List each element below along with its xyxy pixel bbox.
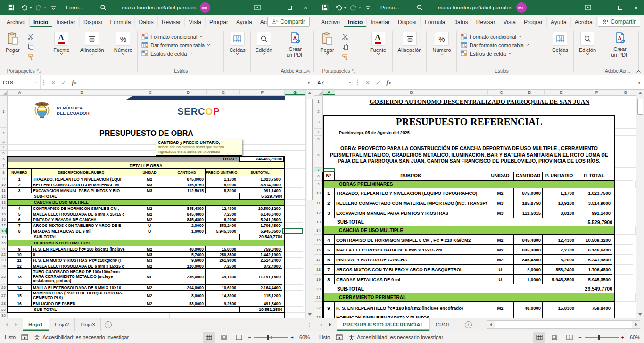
cell-G30[interactable] xyxy=(285,313,305,318)
cell-F5[interactable] xyxy=(578,136,615,142)
cell-G5[interactable] xyxy=(615,136,636,142)
row-header-7[interactable]: 7 xyxy=(0,162,8,169)
cell-B11[interactable]: RELLENO COMPACTADO CON MATERIAL IMPORTAD… xyxy=(334,198,487,208)
cell-G13[interactable] xyxy=(614,218,635,226)
row-header-8[interactable]: 8 xyxy=(314,172,323,181)
row-header-10[interactable]: 10 xyxy=(0,182,8,188)
cell-A16[interactable]: 5 xyxy=(322,244,335,255)
cell-F23[interactable] xyxy=(576,314,612,318)
cell-E23[interactable] xyxy=(542,314,576,318)
row-header-10[interactable]: 10 xyxy=(314,188,323,198)
page-layout-view-button[interactable] xyxy=(218,332,230,343)
subtotal-value-cell[interactable]: 5.529,7900 xyxy=(578,218,614,226)
ribbon-tab-disposi[interactable]: Disposi xyxy=(80,17,106,27)
conditional-formatting-button[interactable]: Formato condicional xyxy=(141,33,210,40)
row-header-3[interactable]: 3 xyxy=(0,139,8,145)
zoom-in-icon[interactable]: + xyxy=(621,335,624,340)
confirm-entry-icon[interactable]: ✓ xyxy=(61,79,66,86)
cell-F27[interactable]: 115,1200 xyxy=(238,290,282,301)
macro-record-icon[interactable] xyxy=(336,334,343,340)
paste-button[interactable]: Pegar xyxy=(2,30,24,55)
ribbon-tab-prograr[interactable]: Prograr xyxy=(206,17,232,27)
table-header-cell[interactable]: UNIDAD xyxy=(131,168,168,176)
table-header-cell[interactable]: UNIDAD xyxy=(487,172,514,181)
sheet-tab-options-icon[interactable]: ⋮ xyxy=(306,318,314,331)
close-button[interactable]: × xyxy=(297,0,314,15)
cell-G24[interactable] xyxy=(282,263,303,269)
create-pdf-button[interactable]: A Crearun PDF xyxy=(281,30,309,58)
cell-B17[interactable]: PINTADA Y RAYADA DE CANCHA xyxy=(334,254,487,265)
cell-C30[interactable] xyxy=(132,313,170,318)
close-button[interactable]: × xyxy=(628,0,644,15)
row-header-12[interactable]: 12 xyxy=(0,193,8,200)
cell-D18[interactable]: 2,0000 xyxy=(513,264,543,275)
cut-icon[interactable] xyxy=(25,33,36,41)
cell-G16[interactable] xyxy=(282,217,303,223)
column-header-E[interactable]: E xyxy=(207,90,240,96)
ribbon-tab-revisar[interactable]: Revisar xyxy=(158,17,185,27)
ribbon-tab-ayuda[interactable]: Ayuda xyxy=(232,17,256,27)
cell-G26[interactable] xyxy=(282,285,303,291)
cell-A15[interactable]: 4 xyxy=(322,234,335,245)
column-header-F[interactable]: F xyxy=(578,90,615,96)
accessibility-status[interactable]: Accesibilidad: es necesario investigar xyxy=(42,335,129,340)
ribbon-tab-inicio[interactable]: Inicio xyxy=(30,17,52,27)
row-header-15[interactable]: 15 xyxy=(0,211,8,217)
cell-C15[interactable]: M2 xyxy=(487,234,514,245)
row-header-9[interactable]: 9 xyxy=(0,176,8,182)
font-group-collapsed[interactable]: A Fuente xyxy=(363,28,393,75)
date-cell[interactable]: Puebloviejo, 05 de Agosto del 2025 xyxy=(323,129,615,136)
row-header-2[interactable]: 2 xyxy=(314,108,323,115)
row-header-2[interactable]: 2 xyxy=(0,128,8,139)
cell-G15[interactable] xyxy=(282,211,303,217)
search-icon[interactable] xyxy=(97,1,109,14)
cell-F15[interactable]: 10.509,3200 xyxy=(576,234,612,245)
redo-icon[interactable] xyxy=(33,1,45,14)
cell-D16[interactable]: 845,4800 xyxy=(513,244,543,255)
alignment-group-collapsed[interactable]: Alineación xyxy=(393,28,427,75)
row-header-16[interactable]: 16 xyxy=(0,217,8,223)
cell-B4[interactable] xyxy=(32,145,132,151)
cell-B5[interactable] xyxy=(335,136,488,142)
account-name[interactable]: maria lourdes peñafiel parrales xyxy=(438,5,512,10)
cell-G4[interactable] xyxy=(615,129,636,136)
subtotal-value-cell[interactable]: 29.549,7700 xyxy=(578,284,614,293)
format-as-table-button[interactable]: Dar formato como tabla xyxy=(141,42,210,48)
horizontal-scrollbar[interactable] xyxy=(487,320,640,329)
cell-G10[interactable] xyxy=(612,188,633,198)
cell-D12[interactable]: 112,5015 xyxy=(513,208,543,218)
table-header-cell[interactable]: P. UNITARIO xyxy=(542,172,576,181)
cell-G6[interactable] xyxy=(615,142,636,168)
avatar[interactable]: ML xyxy=(200,2,210,13)
new-sheet-button[interactable]: + xyxy=(461,318,475,331)
normal-view-button[interactable] xyxy=(533,332,545,343)
total-value-cell[interactable]: 345436,71600 xyxy=(239,156,284,162)
cell-C23[interactable] xyxy=(487,314,514,318)
share-button[interactable]: Compartir xyxy=(267,17,310,27)
ribbon-tab-datos[interactable]: Datos xyxy=(135,17,157,27)
cell-E19[interactable]: 5.945,3500 xyxy=(542,274,576,284)
cell-C27[interactable]: M2 xyxy=(131,290,168,301)
cell-D11[interactable]: 185,8750 xyxy=(513,198,543,208)
insert-function-icon[interactable]: fx xyxy=(72,79,77,86)
number-group-collapsed[interactable]: % Número xyxy=(108,28,138,75)
row-header-19[interactable]: 19 xyxy=(0,234,8,240)
row-header-8[interactable]: 8 xyxy=(0,169,8,176)
cell-G17[interactable] xyxy=(612,255,633,265)
cancel-entry-icon[interactable]: ✕ xyxy=(51,79,56,86)
cell-G6[interactable] xyxy=(284,156,305,162)
row-header-25[interactable]: 25 xyxy=(0,269,8,285)
row-header-17[interactable]: 17 xyxy=(0,223,8,228)
cell-G3[interactable] xyxy=(285,139,305,145)
cell-F22[interactable]: 759,8400 xyxy=(576,301,612,314)
cell-G7[interactable] xyxy=(615,168,636,172)
obra-description-cell[interactable]: OBRA: PROYECTO PARA LA CONSTRUCCIÓN DE C… xyxy=(323,142,615,168)
prev-sheet-icon[interactable] xyxy=(6,323,8,326)
cell-A30[interactable] xyxy=(8,313,32,318)
table-header-cell[interactable]: RUBROS xyxy=(334,172,487,181)
cells-group-collapsed[interactable]: Celdas xyxy=(546,28,574,75)
cell-F17[interactable]: 5.241,9800 xyxy=(576,254,612,265)
subtotal-value-cell[interactable]: 29.549,7700 xyxy=(239,234,284,240)
cell-E25[interactable]: 39,1300 xyxy=(205,268,238,285)
cell-A18[interactable]: 7 xyxy=(322,264,335,275)
